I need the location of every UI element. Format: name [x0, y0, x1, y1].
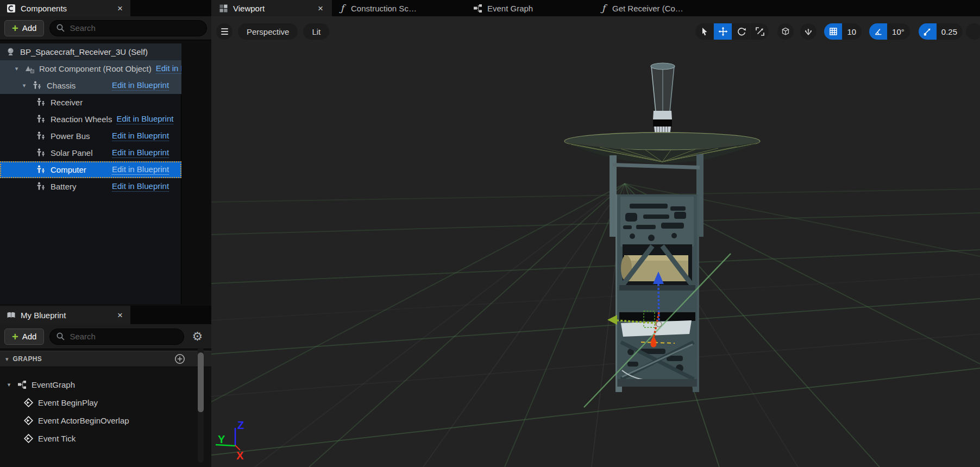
tab-my-blueprint[interactable]: My Blueprint ×: [0, 306, 130, 324]
scale-snap-icon: [922, 27, 932, 36]
axis-x-label: X: [236, 450, 244, 462]
add-graph-icon[interactable]: [174, 354, 185, 364]
my-blueprint-search-input[interactable]: [70, 332, 178, 341]
list-item-event-beginplay[interactable]: Event BeginPlay: [0, 394, 211, 412]
list-item-eventgraph[interactable]: ▾ EventGraph: [0, 376, 211, 394]
tree-row-solar-panel[interactable]: Solar Panel Edit in Blueprint: [0, 144, 181, 161]
child-actor-icon: [36, 115, 46, 124]
rotate-tool-button[interactable]: [732, 23, 750, 40]
expand-arrow-icon[interactable]: ▾: [13, 65, 20, 72]
close-icon[interactable]: ×: [317, 4, 324, 13]
angle-icon: [874, 27, 883, 36]
grid-icon: [828, 27, 838, 36]
edit-in-blueprint-link[interactable]: Edit in Blueprint: [116, 114, 173, 125]
scale-tool-button[interactable]: [751, 23, 769, 40]
scale-snap-value[interactable]: 0.25: [937, 23, 963, 40]
add-component-button[interactable]: + Add: [4, 20, 44, 36]
axis-y-label: Y: [218, 433, 225, 445]
edit-in-blueprint-link[interactable]: Edit in Blueprint: [112, 148, 169, 159]
edit-in-blueprint-link[interactable]: Edit in Blueprint: [112, 131, 169, 142]
tab-event-graph-label: Event Graph: [487, 4, 533, 13]
tree-row-battery[interactable]: Battery Edit in Blueprint: [0, 178, 181, 195]
list-item-label: EventGraph: [32, 380, 75, 389]
scrollbar-thumb[interactable]: [198, 352, 204, 412]
grid-snap-value[interactable]: 10: [843, 23, 862, 40]
edit-in-blueprint-link[interactable]: Edit in Blueprint: [112, 181, 169, 192]
my-blueprint-panel: My Blueprint × + Add ⚙ ▾ GRAPHS: [0, 306, 211, 467]
close-icon[interactable]: ×: [116, 311, 124, 320]
gizmo-center-handle[interactable]: [656, 321, 662, 327]
list-item-event-tick[interactable]: Event Tick: [0, 430, 211, 447]
viewport-toolbar-right: 10 10° 0.25: [695, 23, 970, 40]
tree-row-receiver[interactable]: Receiver: [0, 94, 181, 111]
snapping-icon: [803, 27, 813, 36]
move-tool-button[interactable]: [714, 23, 732, 40]
component-name: Solar Panel: [51, 148, 108, 157]
list-item-event-actorbeginoverlap[interactable]: Event ActorBeginOverlap: [0, 412, 211, 430]
tab-viewport[interactable]: Viewport ×: [211, 0, 332, 16]
editor-tab-bar: Viewport × ƒ Construction Sc… Event Grap…: [211, 0, 980, 16]
viewport-icon: [219, 4, 228, 13]
components-tab-bar: Components ×: [0, 0, 211, 16]
components-search-box: [49, 20, 207, 36]
perspective-dropdown-button[interactable]: Perspective: [238, 23, 298, 40]
tree-row-computer-selected[interactable]: Computer Edit in Blueprint: [0, 161, 181, 178]
edit-in-blueprint-link[interactable]: Edit in Blueprint: [156, 64, 181, 74]
tab-viewport-label: Viewport: [233, 4, 265, 13]
surface-snapping-button[interactable]: [800, 23, 816, 40]
graph-icon: [473, 4, 482, 13]
event-icon: [24, 398, 33, 407]
child-actor-icon: [36, 165, 46, 174]
coordinate-space-button[interactable]: [777, 23, 794, 40]
component-name: Reaction Wheels: [51, 115, 112, 124]
camera-speed-button[interactable]: [966, 23, 980, 40]
tab-components[interactable]: Components ×: [0, 0, 130, 16]
tree-row-reaction-wheels[interactable]: Reaction Wheels Edit in Blueprint: [0, 111, 181, 128]
plus-icon: +: [12, 331, 18, 342]
tab-components-label: Components: [21, 4, 67, 13]
edit-in-blueprint-link[interactable]: Edit in Blueprint: [112, 80, 169, 91]
expand-arrow-icon[interactable]: ▾: [21, 82, 28, 89]
viewport-options-menu-button[interactable]: [216, 23, 233, 40]
event-icon: [24, 416, 33, 425]
tree-row-root-component[interactable]: ▾ Root Component (Root Object) Edit in B…: [0, 60, 181, 77]
scene-root-icon: [24, 64, 35, 73]
tree-row-power-bus[interactable]: Power Bus Edit in Blueprint: [0, 128, 181, 144]
edit-in-blueprint-link[interactable]: Edit in Blueprint: [112, 165, 169, 175]
rotate-icon: [737, 27, 746, 36]
view-mode-lit-button[interactable]: Lit: [303, 23, 329, 40]
cursor-icon: [700, 27, 709, 36]
expand-arrow-icon[interactable]: ▾: [5, 356, 9, 363]
add-blueprint-item-button[interactable]: + Add: [4, 329, 44, 345]
rotation-snap-value[interactable]: 10°: [888, 23, 910, 40]
components-tree: BP_Spacecraft_Receiver_3U (Self) ▾ Root …: [0, 40, 211, 304]
gear-icon[interactable]: ⚙: [190, 331, 205, 343]
add-button-label: Add: [22, 23, 37, 33]
tab-get-receiver[interactable]: ƒ Get Receiver (Co…: [593, 0, 736, 16]
graphs-section-header[interactable]: ▾ GRAPHS: [0, 351, 211, 367]
tab-construction-script[interactable]: ƒ Construction Sc…: [332, 0, 467, 16]
components-search-input[interactable]: [70, 23, 200, 33]
actor-icon: [5, 47, 16, 56]
tab-event-graph[interactable]: Event Graph: [467, 0, 593, 16]
search-icon: [56, 332, 65, 341]
component-name: Chassis: [47, 81, 108, 90]
list-item-label: Event ActorBeginOverlap: [38, 416, 129, 425]
tree-row-chassis[interactable]: ▾ Chassis Edit in Blueprint: [0, 77, 181, 94]
viewport-3d-scene: Z Y X: [211, 16, 980, 467]
select-tool-button[interactable]: [695, 23, 713, 40]
viewport-canvas[interactable]: Z Y X Perspective Lit: [211, 16, 980, 467]
book-icon: [7, 311, 16, 320]
blueprint-editor-window: Components × + Add BP_Spacecraft_Receive…: [0, 0, 980, 467]
component-name: Root Component (Root Object): [39, 64, 152, 73]
expand-arrow-icon[interactable]: ▾: [5, 381, 12, 388]
scale-snap-toggle-button[interactable]: [919, 23, 937, 40]
grid-lines: [211, 184, 980, 467]
left-panel-column: Components × + Add BP_Spacecraft_Receive…: [0, 0, 211, 467]
rotation-snap-toggle-button[interactable]: [869, 23, 887, 40]
list-item-label: Event Tick: [38, 434, 76, 443]
grid-snap-toggle-button[interactable]: [824, 23, 842, 40]
close-icon[interactable]: ×: [116, 4, 124, 13]
tree-row-self[interactable]: BP_Spacecraft_Receiver_3U (Self): [0, 43, 181, 60]
component-name: Power Bus: [51, 131, 108, 141]
